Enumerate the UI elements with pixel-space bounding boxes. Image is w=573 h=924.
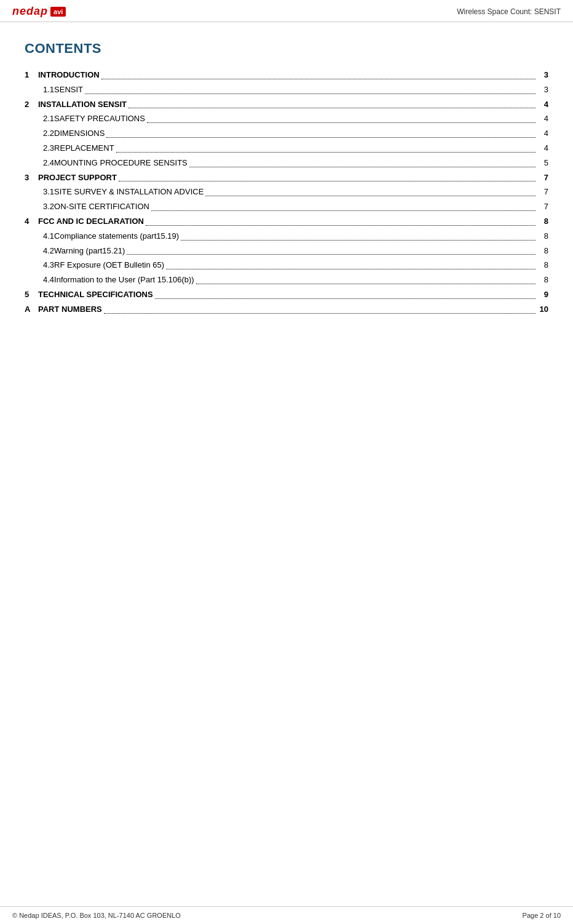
toc-page: 8 — [537, 215, 548, 228]
toc-label: SITE SURVEY & INSTALLATION ADVICE — [54, 186, 204, 199]
toc-dots — [196, 282, 535, 284]
toc-dots — [155, 297, 535, 299]
toc-page: 3 — [537, 84, 548, 97]
toc-number: 3 — [25, 172, 38, 185]
toc-number: 4.4 — [25, 274, 54, 287]
toc-dots — [119, 180, 535, 181]
header: nedap avi Wireless Space Count: SENSIT — [0, 0, 573, 22]
toc-item-A: APART NUMBERS10 — [25, 303, 548, 316]
toc-number: 1 — [25, 69, 38, 82]
toc-dots — [166, 268, 535, 269]
toc-label: PROJECT SUPPORT — [38, 172, 117, 185]
toc-number: 3.2 — [25, 201, 54, 213]
toc-item-2.2: 2.2DIMENSIONS4 — [25, 127, 548, 140]
toc-dots — [181, 239, 535, 241]
toc-dots — [85, 92, 535, 94]
toc-number: 4.1 — [25, 230, 54, 243]
footer: © Nedap IDEAS, P.O. Box 103, NL-7140 AC … — [0, 906, 573, 924]
toc-number: 2.4 — [25, 157, 54, 170]
toc-number: 3.1 — [25, 186, 54, 199]
toc-label: Compliance statements (part15.19) — [54, 230, 179, 243]
toc-page: 4 — [537, 98, 548, 111]
toc-number: 4.3 — [25, 259, 54, 272]
toc-dots — [146, 224, 535, 226]
footer-right: Page 2 of 10 — [523, 912, 561, 919]
toc-label: FCC AND IC DECLARATION — [38, 215, 144, 228]
toc-number: 2 — [25, 98, 38, 111]
toc-number: 5 — [25, 289, 38, 301]
toc-item-5: 5TECHNICAL SPECIFICATIONS9 — [25, 289, 548, 301]
toc-label: REPLACEMENT — [54, 142, 114, 155]
toc-number: 1.1 — [25, 84, 54, 97]
toc-label: Information to the User (Part 15.106(b)) — [54, 274, 194, 287]
toc-page: 4 — [537, 142, 548, 155]
toc-page: 8 — [537, 230, 548, 243]
toc-page: 10 — [537, 303, 548, 316]
toc-label: MOUNTING PROCEDURE SENSITS — [54, 157, 188, 170]
toc-number: 2.1 — [25, 113, 54, 125]
toc-container: 1INTRODUCTION31.1SENSIT32INSTALLATION SE… — [25, 69, 548, 316]
toc-item-2.4: 2.4MOUNTING PROCEDURE SENSITS5 — [25, 157, 548, 170]
toc-item-4.2: 4.2Warning (part15.21)8 — [25, 245, 548, 258]
toc-label: SAFETY PRECAUTIONS — [54, 113, 145, 125]
toc-label: RF Exposure (OET Bulletin 65) — [54, 259, 164, 272]
toc-number: 2.2 — [25, 127, 54, 140]
toc-label: SENSIT — [54, 84, 83, 97]
toc-item-3.2: 3.2ON-SITE CERTIFICATION7 — [25, 201, 548, 213]
toc-dots — [205, 194, 535, 196]
toc-label: PART NUMBERS — [38, 303, 102, 316]
contents-heading: CONTENTS — [25, 41, 548, 57]
toc-dots — [151, 209, 535, 211]
toc-page: 5 — [537, 157, 548, 170]
toc-item-1.1: 1.1SENSIT3 — [25, 84, 548, 97]
toc-item-4.1: 4.1Compliance statements (part15.19)8 — [25, 230, 548, 243]
toc-dots — [101, 78, 535, 79]
toc-item-4.4: 4.4Information to the User (Part 15.106(… — [25, 274, 548, 287]
toc-item-1: 1INTRODUCTION3 — [25, 69, 548, 82]
toc-page: 8 — [537, 259, 548, 272]
toc-item-4: 4FCC AND IC DECLARATION8 — [25, 215, 548, 228]
toc-dots — [189, 165, 535, 167]
logo-avi: avi — [50, 7, 66, 17]
toc-dots — [104, 312, 535, 314]
toc-page: 8 — [537, 245, 548, 258]
toc-dots — [116, 151, 535, 153]
toc-dots — [127, 253, 535, 255]
page-wrapper: nedap avi Wireless Space Count: SENSIT C… — [0, 0, 573, 924]
toc-number: 4 — [25, 215, 38, 228]
toc-label: INSTALLATION SENSIT — [38, 98, 127, 111]
logo-area: nedap avi — [12, 5, 66, 18]
toc-label: INTRODUCTION — [38, 69, 100, 82]
toc-page: 7 — [537, 201, 548, 213]
header-title: Wireless Space Count: SENSIT — [457, 7, 561, 16]
toc-page: 8 — [537, 274, 548, 287]
toc-item-3.1: 3.1SITE SURVEY & INSTALLATION ADVICE7 — [25, 186, 548, 199]
main-content: CONTENTS 1INTRODUCTION31.1SENSIT32INSTAL… — [0, 22, 573, 355]
logo-nedap: nedap — [12, 5, 48, 18]
toc-item-2.3: 2.3REPLACEMENT4 — [25, 142, 548, 155]
toc-number: 2.3 — [25, 142, 54, 155]
toc-number: 4.2 — [25, 245, 54, 258]
toc-dots — [147, 121, 535, 123]
toc-item-4.3: 4.3RF Exposure (OET Bulletin 65)8 — [25, 259, 548, 272]
toc-page: 7 — [537, 186, 548, 199]
toc-label: Warning (part15.21) — [54, 245, 125, 258]
toc-page: 7 — [537, 172, 548, 185]
toc-label: DIMENSIONS — [54, 127, 105, 140]
toc-label: TECHNICAL SPECIFICATIONS — [38, 289, 153, 301]
toc-label: ON-SITE CERTIFICATION — [54, 201, 149, 213]
toc-page: 4 — [537, 113, 548, 125]
toc-page: 4 — [537, 127, 548, 140]
toc-dots — [128, 106, 535, 108]
footer-left: © Nedap IDEAS, P.O. Box 103, NL-7140 AC … — [12, 912, 181, 919]
toc-number: A — [25, 303, 38, 316]
toc-page: 3 — [537, 69, 548, 82]
toc-item-2: 2INSTALLATION SENSIT4 — [25, 98, 548, 111]
toc-item-2.1: 2.1SAFETY PRECAUTIONS4 — [25, 113, 548, 125]
toc-item-3: 3PROJECT SUPPORT7 — [25, 172, 548, 185]
toc-dots — [106, 136, 535, 138]
toc-page: 9 — [537, 289, 548, 301]
